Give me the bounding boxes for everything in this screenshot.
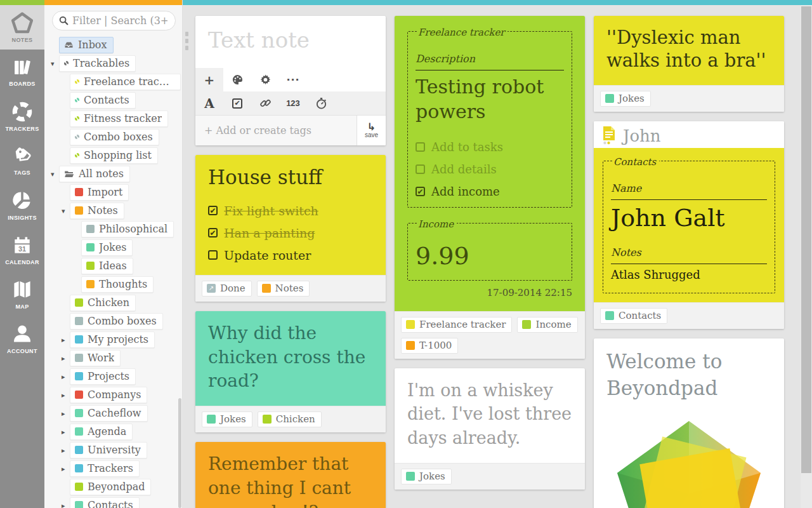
note-tag-t1000[interactable]: T-1000 xyxy=(401,338,458,354)
sidebar-item-fitness-tracker[interactable]: Fitness tracker xyxy=(44,110,182,128)
chevron-right-icon[interactable]: ▸ xyxy=(62,465,70,473)
sidebar-item-cacheflow[interactable]: ▸ Cacheflow xyxy=(44,404,182,423)
link-icon[interactable] xyxy=(251,97,279,109)
chevron-down-icon[interactable]: ▾ xyxy=(62,207,70,215)
sidebar-item-thoughts[interactable]: Thoughts xyxy=(44,276,182,294)
chevron-right-icon[interactable]: ▸ xyxy=(62,428,70,436)
sidebar-item-jokes[interactable]: Jokes xyxy=(44,239,182,257)
save-button[interactable]: ↳ save xyxy=(357,116,386,145)
sidebar-item-combo-boxes[interactable]: Combo boxes xyxy=(44,312,182,331)
contact-fieldset: Contacts Name John Galt Notes Atlas Shru… xyxy=(603,161,775,294)
note-tag-notes[interactable]: Notes xyxy=(257,281,310,297)
chevron-down-icon[interactable]: ▾ xyxy=(51,60,59,68)
checklist-item[interactable]: Add to tasks xyxy=(416,140,564,154)
note-card-whiskey-joke[interactable]: I'm on a whiskey diet. I've lost three d… xyxy=(395,368,585,490)
rail-label: BOARDS xyxy=(9,81,35,87)
chevron-right-icon[interactable]: ▸ xyxy=(62,354,70,363)
text-format-icon[interactable]: A xyxy=(195,96,223,111)
rail-item-trackers[interactable]: TRACKERS xyxy=(0,94,44,138)
sidebar-item-chicken[interactable]: Chicken xyxy=(44,294,182,312)
board-scrollbar-thumb[interactable] xyxy=(801,6,811,473)
sidebar-item-university[interactable]: ▸ University xyxy=(44,441,182,460)
sidebar-item-contacts[interactable]: ▸ Contacts xyxy=(44,497,182,508)
note-tag-freelance-tracker[interactable]: Freelance tracker xyxy=(401,317,512,333)
panel-resize-handle[interactable] xyxy=(185,32,188,50)
sidebar-item-projects[interactable]: ▸ Projects xyxy=(44,368,182,386)
tree-scrollbar[interactable] xyxy=(178,398,181,508)
gear-icon[interactable] xyxy=(251,68,279,91)
sidebar-item-agenda[interactable]: ▸ Agenda xyxy=(44,423,182,441)
chevron-right-icon[interactable]: ▸ xyxy=(62,502,70,508)
rail-item-tags[interactable]: TAGS xyxy=(0,138,44,183)
note-card-welcome[interactable]: Welcome to Beyondpad xyxy=(594,338,784,508)
sidebar-item-contacts-tracker[interactable]: Contacts xyxy=(44,91,182,110)
more-options-icon[interactable]: ... xyxy=(279,68,307,91)
sidebar-item-philosophical[interactable]: Philosophical xyxy=(44,220,182,239)
sidebar-item-ideas[interactable]: Ideas xyxy=(44,257,182,276)
note-card-remember[interactable]: Remember that one thing I cant remember!… xyxy=(195,442,386,508)
note-tag-contacts[interactable]: Contacts xyxy=(600,308,667,324)
note-card-chicken-joke[interactable]: Why did the chicken cross the road? Joke… xyxy=(195,311,386,432)
checkbox-unchecked-icon[interactable] xyxy=(416,142,425,152)
tag-color-swatch xyxy=(75,188,83,196)
sidebar-item-shopping-list[interactable]: Shopping list xyxy=(44,147,182,165)
rail-item-insights[interactable]: INSIGHTS xyxy=(0,183,44,227)
chevron-right-icon[interactable]: ▸ xyxy=(62,391,70,399)
board-scrollbar-track[interactable] xyxy=(801,5,812,508)
sidebar-item-notes-tag[interactable]: ▾ Notes xyxy=(44,202,182,220)
chevron-right-icon[interactable]: ▸ xyxy=(62,336,70,344)
note-tag-done[interactable]: ↗Done xyxy=(202,281,252,297)
checkbox-checked-icon[interactable]: ✔ xyxy=(208,228,218,237)
checklist-item[interactable]: ✔Han a painting xyxy=(208,226,373,240)
note-tag-income[interactable]: Income xyxy=(517,317,577,333)
note-title-input[interactable]: Text note xyxy=(195,16,386,68)
sidebar-item-my-projects[interactable]: ▸ My projects xyxy=(44,331,182,349)
sidebar-item-work[interactable]: ▸ Work xyxy=(44,349,182,368)
sidebar-item-trackables[interactable]: ▾ Trackables xyxy=(44,55,182,73)
sidebar-item-all-notes[interactable]: ▾ All notes xyxy=(44,165,182,184)
tags-input[interactable]: + Add or create tags xyxy=(195,116,357,145)
note-card-john-contact[interactable]: John Contacts Name John Galt Notes Atlas… xyxy=(594,121,784,330)
sidebar-item-inbox[interactable]: Inbox xyxy=(44,36,182,55)
rail-item-map[interactable]: MAP xyxy=(0,272,44,316)
search-input[interactable] xyxy=(72,15,167,27)
note-tag-chicken[interactable]: Chicken xyxy=(258,411,322,427)
note-tag-jokes[interactable]: Jokes xyxy=(401,469,452,485)
chevron-right-icon[interactable]: ▸ xyxy=(62,373,70,381)
chevron-right-icon[interactable]: ▸ xyxy=(62,410,70,418)
rail-item-notes[interactable]: NOTES xyxy=(0,5,44,50)
rail-item-calendar[interactable]: 31 CALENDAR xyxy=(0,227,44,272)
sidebar-item-import[interactable]: Import xyxy=(44,184,182,202)
board-column-2: Freelance tracker Description Testing ro… xyxy=(395,16,585,490)
rail-item-boards[interactable]: BOARDS xyxy=(0,50,44,94)
rail-label: INSIGHTS xyxy=(8,215,37,221)
note-card-dyslexic-joke[interactable]: ''Dyslexic man walks into a bra'' Jokes xyxy=(594,16,784,112)
rail-item-account[interactable]: ACCOUNT xyxy=(0,316,44,361)
add-content-tab[interactable]: + xyxy=(195,68,223,91)
sidebar-item-combo-boxes-tracker[interactable]: Combo boxes xyxy=(44,128,182,147)
search-box[interactable] xyxy=(52,11,176,30)
timer-icon[interactable] xyxy=(307,97,335,109)
checklist-item[interactable]: ✔Fix light switch xyxy=(208,204,373,218)
palette-icon[interactable] xyxy=(223,68,251,91)
note-tag-jokes[interactable]: Jokes xyxy=(202,411,252,427)
note-card-freelance-tracker[interactable]: Freelance tracker Description Testing ro… xyxy=(395,16,585,359)
note-tag-jokes[interactable]: Jokes xyxy=(600,91,651,107)
checkbox-unchecked-icon[interactable] xyxy=(416,164,425,174)
sidebar-item-beyondpad[interactable]: Beyondpad xyxy=(44,478,182,497)
checkbox-insert-icon[interactable]: ✔ xyxy=(223,98,251,109)
chevron-right-icon[interactable]: ▸ xyxy=(62,446,70,455)
number-insert-icon[interactable]: 123 xyxy=(279,98,307,108)
sidebar-item-trackers[interactable]: ▸ Trackers xyxy=(44,460,182,478)
checklist-item[interactable]: ✔Add income xyxy=(416,185,564,198)
checkbox-unchecked-icon[interactable] xyxy=(208,250,218,260)
checklist-item[interactable]: Add details xyxy=(416,163,564,176)
sidebar-item-freelance-tracker[interactable]: Freelance track... xyxy=(44,73,182,91)
checkbox-checked-icon[interactable]: ✔ xyxy=(208,206,218,215)
tracker-ring-icon xyxy=(75,135,79,139)
chevron-down-icon[interactable]: ▾ xyxy=(51,170,59,178)
checkbox-checked-icon[interactable]: ✔ xyxy=(416,187,425,196)
sidebar-item-companys[interactable]: ▸ Companys xyxy=(44,386,182,404)
note-card-house-stuff[interactable]: House stuff ✔Fix light switch ✔Han a pai… xyxy=(195,155,386,302)
checklist-item[interactable]: Update router xyxy=(208,248,373,262)
